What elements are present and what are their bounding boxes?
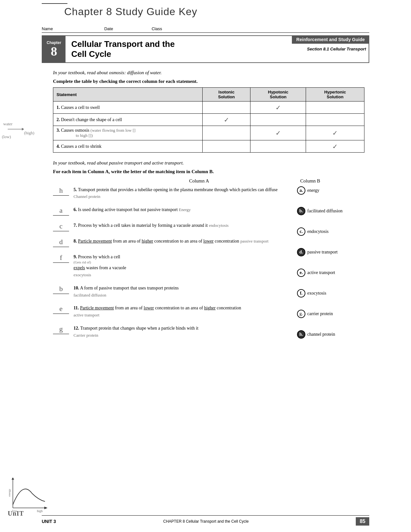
page: Chapter 8 Study Guide Key Name Date Clas… — [0, 0, 411, 532]
matching-item-12: g 12. Transport protein that changes sha… — [53, 325, 291, 339]
svg-text:energy: energy — [8, 489, 11, 497]
name-label: Name — [42, 26, 53, 31]
col-b-text-d: passive transport — [307, 250, 337, 255]
col-b-circle-a: a. — [297, 186, 305, 195]
item-text-5: 5. Transport protein that provides a tub… — [74, 186, 291, 200]
isotonic-2: ✓ — [203, 114, 250, 126]
table-row: 4. Causes a cell to shrink ✓ — [53, 140, 364, 153]
chapter-tab: Chapter 8 — [42, 36, 66, 62]
svg-marker-5 — [12, 477, 14, 480]
col-b-item-a: a. energy — [297, 186, 364, 195]
statement-4: 4. Causes a cell to shrink — [53, 140, 203, 153]
answer-7: c — [53, 222, 69, 231]
chapter-number: 8 — [51, 45, 57, 58]
column-a-header: Column A — [53, 178, 294, 184]
hypertonic-2 — [306, 114, 364, 126]
date-label: Date — [104, 26, 113, 31]
water-arrow-right — [8, 127, 24, 133]
answer-12: g — [53, 325, 69, 334]
col-b-text-a: energy — [307, 188, 319, 193]
col-b-circle-c: c. — [297, 227, 305, 236]
main-content: In your textbook, read about osmosis: di… — [53, 70, 364, 345]
col-b-text-f: exocytosis — [307, 291, 326, 296]
col-b-text-h: channel protein — [307, 332, 335, 337]
matching-item-9: f 9. Process by which a cell (Gets rid o… — [53, 253, 291, 278]
low-annotation: (low) — [2, 134, 11, 139]
col-b-text-c: endocytosis — [307, 229, 328, 234]
answer-10: b — [53, 285, 69, 294]
col-b-circle-d: d. — [297, 248, 305, 256]
item-text-10: 10. A form of passive transport that use… — [74, 285, 179, 298]
instruction-4: For each item in Column A, write the let… — [53, 169, 364, 174]
col-b-circle-e: e. — [297, 269, 305, 277]
matching-item-5: h 5. Transport protein that provides a t… — [53, 186, 291, 200]
matching-item-6: a 6. Is used during active transport but… — [53, 206, 291, 216]
answer-9: f — [53, 253, 69, 263]
title-underline — [42, 3, 67, 4]
answer-11: e — [53, 305, 69, 314]
columns-header: Column A Column B — [53, 178, 364, 184]
answer-5: h — [53, 186, 69, 196]
footer-chapter-text: CHAPTER 8 Cellular Transport and the Cel… — [163, 519, 249, 524]
section-label: Section 8.1 Cellular Transport — [307, 47, 366, 51]
item-text-11: 11. Particle movement from an area of lo… — [74, 305, 241, 318]
item-text-6: 6. Is used during active transport but n… — [74, 206, 191, 213]
item-text-9: 9. Process by which a cell (Gets rid of)… — [74, 253, 126, 278]
hypertonic-4: ✓ — [306, 140, 364, 153]
col-b-item-c: c. endocytosis — [297, 227, 364, 236]
col-b-circle-f: f. — [297, 289, 305, 297]
table-header-statement: Statement — [53, 88, 203, 102]
statement-3: 3. Causes osmosis (water flowing from lo… — [53, 126, 203, 140]
hypertonic-1 — [306, 102, 364, 114]
high-annotation: (high) — [24, 130, 34, 136]
reinforcement-box: Reinforcement and Study Guide — [292, 35, 369, 44]
unit-annotation: UnIT — [8, 510, 24, 517]
hypotonic-3: ✓ — [250, 126, 306, 140]
col-b-circle-b: b. — [297, 207, 305, 215]
footer-page: 85 — [356, 517, 369, 526]
col-b-item-b: b. facilitated diffusion — [297, 207, 364, 215]
answer-6: a — [53, 206, 69, 216]
column-b-list: a. energy b. facilitated diffusion c. en… — [297, 186, 364, 351]
table-row: 3. Causes osmosis (water flowing from lo… — [53, 126, 364, 140]
statement-1: 1. Causes a cell to swell — [53, 102, 203, 114]
matching-section: a. energy b. facilitated diffusion c. en… — [53, 186, 364, 338]
instruction-1: In your textbook, read about osmosis: di… — [53, 70, 364, 75]
table-row: 1. Causes a cell to swell ✓ — [53, 102, 364, 114]
col-b-text-g: carrier protein — [307, 311, 333, 316]
table-header-hypotonic: HypotonicSolution — [250, 88, 306, 102]
col-b-circle-g: g. — [297, 310, 305, 318]
hypotonic-1: ✓ — [250, 102, 306, 114]
water-annotation: water — [3, 121, 13, 127]
col-b-item-h: h. channel protein — [297, 330, 364, 339]
instruction-2: Complete the table by checking the corre… — [53, 79, 364, 84]
isotonic-3 — [203, 126, 250, 140]
class-label: Class — [152, 26, 162, 31]
svg-marker-1 — [22, 128, 24, 130]
col-b-circle-h: h. — [297, 330, 305, 339]
col-b-item-d: d. passive transport — [297, 248, 364, 256]
col-b-text-b: facilitated diffusion — [307, 208, 343, 214]
col-b-item-g: g. carrier protein — [297, 310, 364, 318]
hypertonic-3: ✓ — [306, 126, 364, 140]
footer-unit: UNIT 3 — [42, 519, 56, 524]
matching-item-8: d 8. Particle movement from an area of h… — [53, 238, 291, 247]
hypotonic-4 — [250, 140, 306, 153]
statement-2: 2. Doesn't change the shape of a cell — [53, 114, 203, 126]
osmosis-table: Statement IsotonicSolution HypotonicSolu… — [53, 87, 364, 153]
item-text-7: 7. Process by which a cell takes in mate… — [74, 222, 229, 229]
table-row: 2. Doesn't change the shape of a cell ✓ — [53, 114, 364, 126]
isotonic-4 — [203, 140, 250, 153]
footer: UNIT 3 CHAPTER 8 Cellular Transport and … — [42, 515, 369, 526]
matching-item-7: c 7. Process by which a cell takes in ma… — [53, 222, 291, 231]
hypotonic-2 — [250, 114, 306, 126]
table-header-hypertonic: HypertonicSolution — [306, 88, 364, 102]
answer-8: d — [53, 238, 69, 247]
instruction-3: In your textbook, read about passive tra… — [53, 160, 364, 166]
table-header-isotonic: IsotonicSolution — [203, 88, 250, 102]
isotonic-1 — [203, 102, 250, 114]
handwritten-title: Chapter 8 Study Guide Key — [64, 6, 197, 18]
svg-text:high: high — [37, 509, 43, 513]
column-b-header: Column B — [294, 178, 364, 184]
col-b-item-f: f. exocytosis — [297, 289, 364, 297]
